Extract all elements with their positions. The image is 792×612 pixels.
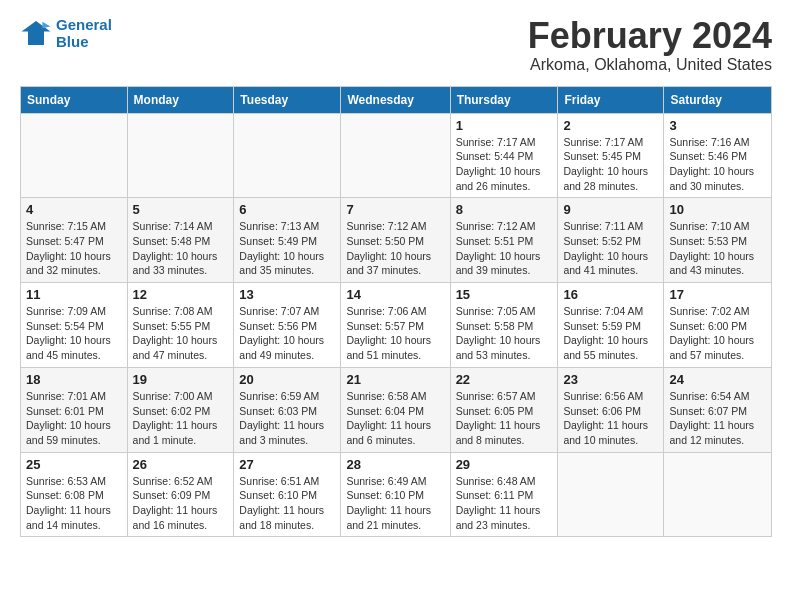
calendar-cell: 11Sunrise: 7:09 AM Sunset: 5:54 PM Dayli… <box>21 283 128 368</box>
day-number: 2 <box>563 118 658 133</box>
calendar-table: SundayMondayTuesdayWednesdayThursdayFrid… <box>20 86 772 538</box>
day-number: 19 <box>133 372 229 387</box>
day-number: 8 <box>456 202 553 217</box>
day-header-saturday: Saturday <box>664 86 772 113</box>
day-detail: Sunrise: 7:14 AM Sunset: 5:48 PM Dayligh… <box>133 219 229 278</box>
day-number: 15 <box>456 287 553 302</box>
day-number: 6 <box>239 202 335 217</box>
logo: General Blue <box>20 16 112 50</box>
day-number: 10 <box>669 202 766 217</box>
week-row-2: 4Sunrise: 7:15 AM Sunset: 5:47 PM Daylig… <box>21 198 772 283</box>
day-number: 26 <box>133 457 229 472</box>
day-number: 27 <box>239 457 335 472</box>
calendar-cell <box>21 113 128 198</box>
calendar-cell <box>127 113 234 198</box>
day-number: 23 <box>563 372 658 387</box>
day-detail: Sunrise: 6:53 AM Sunset: 6:08 PM Dayligh… <box>26 474 122 533</box>
calendar-cell: 26Sunrise: 6:52 AM Sunset: 6:09 PM Dayli… <box>127 452 234 537</box>
day-detail: Sunrise: 7:17 AM Sunset: 5:45 PM Dayligh… <box>563 135 658 194</box>
calendar-cell: 8Sunrise: 7:12 AM Sunset: 5:51 PM Daylig… <box>450 198 558 283</box>
day-header-tuesday: Tuesday <box>234 86 341 113</box>
day-number: 12 <box>133 287 229 302</box>
day-number: 7 <box>346 202 444 217</box>
calendar-cell <box>558 452 664 537</box>
calendar-cell: 16Sunrise: 7:04 AM Sunset: 5:59 PM Dayli… <box>558 283 664 368</box>
day-detail: Sunrise: 7:04 AM Sunset: 5:59 PM Dayligh… <box>563 304 658 363</box>
day-detail: Sunrise: 7:01 AM Sunset: 6:01 PM Dayligh… <box>26 389 122 448</box>
day-detail: Sunrise: 7:12 AM Sunset: 5:51 PM Dayligh… <box>456 219 553 278</box>
logo-text: General Blue <box>56 16 112 50</box>
day-detail: Sunrise: 7:09 AM Sunset: 5:54 PM Dayligh… <box>26 304 122 363</box>
day-detail: Sunrise: 7:00 AM Sunset: 6:02 PM Dayligh… <box>133 389 229 448</box>
header-row: SundayMondayTuesdayWednesdayThursdayFrid… <box>21 86 772 113</box>
calendar-cell: 23Sunrise: 6:56 AM Sunset: 6:06 PM Dayli… <box>558 367 664 452</box>
calendar-cell: 14Sunrise: 7:06 AM Sunset: 5:57 PM Dayli… <box>341 283 450 368</box>
calendar-cell: 19Sunrise: 7:00 AM Sunset: 6:02 PM Dayli… <box>127 367 234 452</box>
day-number: 9 <box>563 202 658 217</box>
day-number: 3 <box>669 118 766 133</box>
calendar-cell: 1Sunrise: 7:17 AM Sunset: 5:44 PM Daylig… <box>450 113 558 198</box>
day-detail: Sunrise: 6:54 AM Sunset: 6:07 PM Dayligh… <box>669 389 766 448</box>
day-number: 1 <box>456 118 553 133</box>
day-detail: Sunrise: 7:06 AM Sunset: 5:57 PM Dayligh… <box>346 304 444 363</box>
calendar-cell <box>664 452 772 537</box>
calendar-cell: 6Sunrise: 7:13 AM Sunset: 5:49 PM Daylig… <box>234 198 341 283</box>
location-subtitle: Arkoma, Oklahoma, United States <box>528 56 772 74</box>
day-detail: Sunrise: 6:52 AM Sunset: 6:09 PM Dayligh… <box>133 474 229 533</box>
day-header-monday: Monday <box>127 86 234 113</box>
day-number: 20 <box>239 372 335 387</box>
day-detail: Sunrise: 7:08 AM Sunset: 5:55 PM Dayligh… <box>133 304 229 363</box>
calendar-cell: 4Sunrise: 7:15 AM Sunset: 5:47 PM Daylig… <box>21 198 128 283</box>
day-detail: Sunrise: 7:02 AM Sunset: 6:00 PM Dayligh… <box>669 304 766 363</box>
calendar-cell <box>234 113 341 198</box>
calendar-cell: 21Sunrise: 6:58 AM Sunset: 6:04 PM Dayli… <box>341 367 450 452</box>
day-detail: Sunrise: 7:12 AM Sunset: 5:50 PM Dayligh… <box>346 219 444 278</box>
day-detail: Sunrise: 7:17 AM Sunset: 5:44 PM Dayligh… <box>456 135 553 194</box>
day-number: 21 <box>346 372 444 387</box>
calendar-cell: 3Sunrise: 7:16 AM Sunset: 5:46 PM Daylig… <box>664 113 772 198</box>
day-header-wednesday: Wednesday <box>341 86 450 113</box>
day-detail: Sunrise: 7:11 AM Sunset: 5:52 PM Dayligh… <box>563 219 658 278</box>
day-number: 22 <box>456 372 553 387</box>
day-detail: Sunrise: 7:10 AM Sunset: 5:53 PM Dayligh… <box>669 219 766 278</box>
svg-marker-1 <box>42 22 50 28</box>
day-number: 17 <box>669 287 766 302</box>
day-detail: Sunrise: 7:15 AM Sunset: 5:47 PM Dayligh… <box>26 219 122 278</box>
day-detail: Sunrise: 6:57 AM Sunset: 6:05 PM Dayligh… <box>456 389 553 448</box>
week-row-1: 1Sunrise: 7:17 AM Sunset: 5:44 PM Daylig… <box>21 113 772 198</box>
calendar-cell: 2Sunrise: 7:17 AM Sunset: 5:45 PM Daylig… <box>558 113 664 198</box>
calendar-cell: 20Sunrise: 6:59 AM Sunset: 6:03 PM Dayli… <box>234 367 341 452</box>
calendar-cell: 7Sunrise: 7:12 AM Sunset: 5:50 PM Daylig… <box>341 198 450 283</box>
calendar-cell: 9Sunrise: 7:11 AM Sunset: 5:52 PM Daylig… <box>558 198 664 283</box>
calendar-cell: 22Sunrise: 6:57 AM Sunset: 6:05 PM Dayli… <box>450 367 558 452</box>
calendar-cell: 15Sunrise: 7:05 AM Sunset: 5:58 PM Dayli… <box>450 283 558 368</box>
day-detail: Sunrise: 7:16 AM Sunset: 5:46 PM Dayligh… <box>669 135 766 194</box>
day-number: 4 <box>26 202 122 217</box>
calendar-cell: 28Sunrise: 6:49 AM Sunset: 6:10 PM Dayli… <box>341 452 450 537</box>
day-number: 16 <box>563 287 658 302</box>
day-number: 29 <box>456 457 553 472</box>
title-block: February 2024 Arkoma, Oklahoma, United S… <box>528 16 772 74</box>
day-number: 5 <box>133 202 229 217</box>
day-number: 24 <box>669 372 766 387</box>
day-number: 28 <box>346 457 444 472</box>
page-header: General Blue February 2024 Arkoma, Oklah… <box>20 16 772 74</box>
calendar-cell: 24Sunrise: 6:54 AM Sunset: 6:07 PM Dayli… <box>664 367 772 452</box>
calendar-cell: 27Sunrise: 6:51 AM Sunset: 6:10 PM Dayli… <box>234 452 341 537</box>
day-number: 14 <box>346 287 444 302</box>
day-number: 25 <box>26 457 122 472</box>
calendar-cell: 18Sunrise: 7:01 AM Sunset: 6:01 PM Dayli… <box>21 367 128 452</box>
day-detail: Sunrise: 7:07 AM Sunset: 5:56 PM Dayligh… <box>239 304 335 363</box>
week-row-4: 18Sunrise: 7:01 AM Sunset: 6:01 PM Dayli… <box>21 367 772 452</box>
calendar-cell: 25Sunrise: 6:53 AM Sunset: 6:08 PM Dayli… <box>21 452 128 537</box>
calendar-cell: 13Sunrise: 7:07 AM Sunset: 5:56 PM Dayli… <box>234 283 341 368</box>
calendar-cell: 10Sunrise: 7:10 AM Sunset: 5:53 PM Dayli… <box>664 198 772 283</box>
day-number: 18 <box>26 372 122 387</box>
month-title: February 2024 <box>528 16 772 56</box>
day-detail: Sunrise: 6:58 AM Sunset: 6:04 PM Dayligh… <box>346 389 444 448</box>
day-header-thursday: Thursday <box>450 86 558 113</box>
calendar-cell: 12Sunrise: 7:08 AM Sunset: 5:55 PM Dayli… <box>127 283 234 368</box>
calendar-cell: 29Sunrise: 6:48 AM Sunset: 6:11 PM Dayli… <box>450 452 558 537</box>
day-number: 13 <box>239 287 335 302</box>
day-detail: Sunrise: 7:13 AM Sunset: 5:49 PM Dayligh… <box>239 219 335 278</box>
